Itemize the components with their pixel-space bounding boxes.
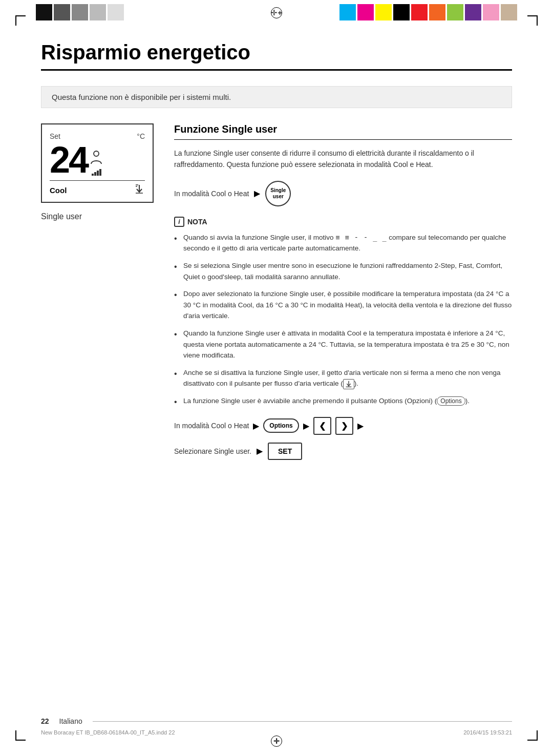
nota-box: i NOTA Quando si avvia la funzione Singl…	[174, 217, 512, 407]
crop-mark-br	[527, 730, 538, 741]
color-black	[393, 4, 410, 20]
lcd-bottom-row: Cool	[50, 180, 145, 197]
color-cyan	[339, 4, 356, 20]
color-purple	[465, 4, 481, 20]
set-button-display: SET	[268, 443, 302, 460]
svg-point-0	[94, 151, 99, 156]
footer-top: 22 Italiano	[41, 717, 512, 725]
nav-left-button: ❮	[313, 417, 331, 435]
nota-header: i NOTA	[174, 217, 512, 227]
options-instruction-label: In modalità Cool o Heat	[174, 422, 249, 430]
page-title: Risparmio energetico	[41, 41, 512, 71]
color-swatch-1	[36, 4, 52, 20]
color-swatch-2	[54, 4, 70, 20]
footer-file-info: New Boracay ET IB_DB68-06184A-00_IT_A5.i…	[41, 729, 512, 736]
notice-box: Questa funzione non è disponibile per i …	[41, 86, 512, 108]
color-pink	[483, 4, 499, 20]
section-title: Funzione Single user	[174, 123, 512, 140]
bullet-item-2: Se si seleziona Single user mentre sono …	[174, 260, 512, 282]
crosshair-icon: ✛	[271, 8, 278, 17]
color-tan	[501, 4, 517, 20]
registration-mark-bottom: ✛	[271, 736, 282, 747]
set-instruction-row: Selezionare Single user. ▶ SET	[174, 443, 512, 460]
color-orange	[429, 4, 445, 20]
footer-page-number: 22	[41, 717, 49, 725]
arrow-icon-1: ▶	[254, 188, 260, 198]
bullet-item-3: Dopo aver selezionato la funzione Single…	[174, 288, 512, 322]
options-button-display: Options	[263, 418, 299, 433]
arrow-icon-3: ▶	[303, 421, 309, 431]
color-red	[411, 4, 428, 20]
arrow-icon-2: ▶	[253, 421, 259, 431]
options-instruction-row: In modalità Cool o Heat ▶ Options ▶ ❮ ❯ …	[174, 417, 512, 435]
set-instruction-label: Selezionare Single user.	[174, 447, 251, 455]
airflow-icon	[134, 184, 145, 197]
nav-right-button: ❯	[335, 417, 353, 435]
single-user-button-display: Singleuser	[265, 181, 291, 206]
options-btn-label: Options	[269, 422, 292, 429]
chevron-left-icon: ❮	[319, 421, 326, 431]
color-green	[447, 4, 463, 20]
single-user-label: Single user	[41, 208, 154, 225]
lcd-icons-right	[90, 151, 102, 178]
lcd-celsius-label: °C	[137, 132, 145, 140]
chevron-right-icon: ❯	[341, 421, 348, 431]
set-btn-label: SET	[278, 447, 292, 455]
nota-label: NOTA	[187, 218, 207, 226]
notice-text: Questa funzione non è disponibile per i …	[52, 93, 231, 101]
person-icon	[90, 151, 102, 168]
single-user-btn-label: Singleuser	[270, 187, 286, 200]
color-yellow	[375, 4, 392, 20]
main-content: Set °C 24	[41, 123, 512, 470]
footer-language: Italiano	[59, 717, 82, 725]
color-swatch-5	[108, 4, 124, 20]
crop-mark-bl	[15, 730, 26, 741]
bullet-item-1: Quando si avvia la funzione Single user,…	[174, 232, 512, 254]
page-footer: 22 Italiano New Boracay ET IB_DB68-06184…	[41, 717, 512, 736]
bullet-item-5: Anche se si disattiva la funzione Single…	[174, 367, 512, 389]
right-panel: Funzione Single user La funzione Single …	[174, 123, 512, 470]
arrow-icon-4: ▶	[357, 421, 364, 431]
instruction-row-1: In modalità Cool o Heat ▶ Singleuser	[174, 181, 512, 206]
instruction-label-1: In modalità Cool o Heat	[174, 190, 249, 198]
lcd-temperature: 24	[50, 141, 88, 178]
lcd-mode-label: Cool	[50, 186, 67, 195]
lcd-display: Set °C 24	[41, 123, 154, 203]
top-bar: ✛	[0, 0, 553, 31]
display-panel: Set °C 24	[41, 123, 154, 470]
signal-bars-icon	[92, 169, 101, 176]
arrow-icon-5: ▶	[257, 446, 263, 456]
footer-filename: New Boracay ET IB_DB68-06184A-00_IT_A5.i…	[41, 729, 175, 736]
color-magenta	[357, 4, 374, 20]
color-swatch-3	[72, 4, 88, 20]
nota-icon: i	[174, 217, 184, 227]
footer-divider	[93, 721, 512, 722]
color-bar-left	[36, 4, 124, 20]
page-content: Risparmio energetico Questa funzione non…	[0, 0, 553, 501]
footer-timestamp: 2016/4/15 19:53:21	[463, 729, 512, 736]
bullet-list: Quando si avvia la funzione Single user,…	[174, 232, 512, 407]
registration-mark-center: ✛	[271, 7, 282, 18]
bullet-item-6: La funzione Single user è avviabile anch…	[174, 395, 512, 407]
intro-text: La funzione Single user consente di ridu…	[174, 148, 512, 171]
bullet-item-4: Quando la funzione Single user è attivat…	[174, 328, 512, 361]
lcd-number-row: 24	[50, 141, 145, 178]
color-bar-right	[339, 4, 517, 20]
color-swatch-4	[90, 4, 106, 20]
